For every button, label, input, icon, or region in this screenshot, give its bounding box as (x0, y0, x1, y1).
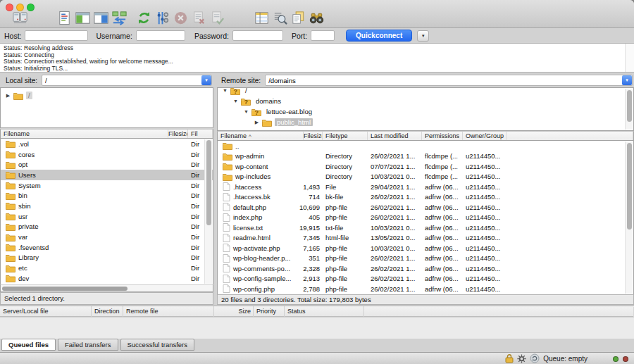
file-row[interactable]: wp-includesDirectory10/03/2021 0...flcdm… (218, 172, 633, 182)
toolbar-site-manager-button[interactable] (11, 9, 29, 27)
tree-item-public-html[interactable]: ▶public_html (218, 117, 633, 127)
queue-column-remote-file[interactable]: Remote file (123, 306, 214, 317)
queue-list (0, 318, 634, 339)
file-row[interactable]: wp-contentDirectory07/07/2021 1...flcdmp… (218, 161, 633, 172)
filename-text: private (18, 222, 39, 230)
file-row[interactable]: sbinDir (1, 201, 213, 211)
remote-site-input[interactable] (265, 75, 633, 86)
queue-column-status[interactable]: Status (285, 306, 364, 317)
file-row[interactable]: privateDir (1, 222, 213, 232)
filename-text: default.php (233, 203, 266, 211)
file-row[interactable]: wp-config-sample...2,913php-file26/02/20… (218, 274, 633, 284)
tab-successful-transfers[interactable]: Successful transfers (120, 339, 195, 351)
file-row[interactable]: default.php10,699php-file26/02/2021 1...… (218, 202, 633, 213)
modified-cell: 26/02/2021 1... (368, 265, 422, 272)
chevron-down-icon[interactable]: ▼ (232, 99, 239, 103)
local-site-dropdown-button[interactable]: ▾ (201, 75, 211, 85)
column-header-owner-group[interactable]: Owner/Group (463, 132, 506, 141)
chevron-right-icon[interactable]: ▶ (5, 93, 11, 99)
tree-item-lettuce-eat-blog[interactable]: ▼?lettuce-eat.blog (218, 106, 633, 117)
file-row[interactable]: UsersDir (1, 170, 213, 180)
file-row[interactable]: optDir (1, 159, 213, 170)
file-row[interactable]: wp-config.php2,788php-file26/02/2021 1..… (218, 284, 633, 294)
toolbar-log-view-button[interactable] (56, 9, 73, 27)
file-row[interactable]: wp-activate.php7,165php-file10/03/2021 0… (218, 243, 633, 253)
file-row[interactable]: etcDir (1, 263, 213, 273)
port-input[interactable] (311, 30, 335, 41)
column-header-filesize[interactable]: Filesize (304, 132, 323, 141)
remote-tree-scroll-thumb[interactable] (627, 90, 632, 122)
quickconnect-button[interactable]: Quickconnect (346, 30, 412, 42)
quickconnect-dropdown-button[interactable]: ▾ (417, 30, 429, 42)
file-row[interactable]: devDir (1, 273, 213, 284)
file-row[interactable]: wp-blog-header.p...351php-file26/02/2021… (218, 253, 633, 264)
toolbar-find-files-button[interactable] (308, 9, 325, 27)
tab-queued-files[interactable]: Queued files (1, 339, 56, 351)
file-icon (220, 284, 230, 293)
queue-column-priority[interactable]: Priority (254, 306, 285, 317)
file-row[interactable]: license.txt19,915txt-file10/03/2021 0...… (218, 222, 633, 233)
file-row[interactable]: binDir (1, 190, 213, 201)
chevron-down-icon[interactable]: ▼ (222, 88, 228, 93)
username-input[interactable] (136, 30, 185, 41)
chevron-right-icon[interactable]: ▶ (254, 120, 260, 125)
remote-site-dropdown-button[interactable]: ▾ (622, 75, 632, 85)
file-row[interactable]: .htaccess.bk714bk-file26/02/2021 1...adf… (218, 192, 633, 203)
file-row[interactable]: wp-adminDirectory26/02/2021 1...flcdmpe … (218, 151, 633, 162)
toolbar-refresh-button[interactable] (135, 9, 153, 27)
tree-item-domains[interactable]: ▼?domains (218, 96, 633, 106)
filename-text: opt (18, 161, 27, 168)
file-row[interactable]: .htaccess1,493File29/04/2021 1...adfrw (… (218, 182, 633, 192)
filename-text: wp-activate.php (233, 244, 280, 252)
lock-icon[interactable] (505, 353, 514, 363)
filename-text: .fseventsd (18, 244, 49, 251)
file-row[interactable]: usrDir (1, 211, 213, 222)
local-site-input[interactable] (42, 75, 212, 86)
remote-list-scrollbar (625, 142, 633, 294)
queue-column-direction[interactable]: Direction (92, 306, 123, 317)
column-header-last-modified[interactable]: Last modified (368, 132, 422, 141)
username-label: Username: (97, 32, 132, 40)
file-row[interactable]: varDir (1, 232, 213, 242)
file-row[interactable]: SystemDir (1, 180, 213, 191)
remote-list-scroll-thumb[interactable] (627, 143, 632, 230)
tab-failed-transfers[interactable]: Failed transfers (58, 339, 118, 351)
password-input[interactable] (232, 30, 283, 41)
tree-item--[interactable]: ▶/ (1, 90, 213, 101)
modified-cell: 26/02/2021 1... (368, 285, 422, 293)
chevron-down-icon[interactable]: ▼ (243, 109, 249, 114)
file-row[interactable]: .. (218, 141, 633, 151)
local-hscroll-thumb[interactable] (2, 287, 128, 291)
toolbar-filter-button[interactable] (271, 9, 289, 27)
file-row[interactable]: index.php405php-file26/02/2021 1...adfrw… (218, 213, 633, 223)
log-scrollbar[interactable] (625, 44, 634, 72)
column-header-filesize[interactable]: Filesize (168, 130, 188, 139)
local-list-scroll-thumb[interactable] (206, 140, 211, 225)
filename-cell: readme.html (218, 234, 304, 242)
toolbar-local-treeview-button[interactable] (74, 9, 92, 27)
file-row[interactable]: .volDir (1, 139, 213, 149)
toolbar-file-exists-action-button[interactable] (290, 9, 307, 27)
column-header-filename[interactable]: Filename^ (218, 132, 304, 141)
queue-column-server-local-file[interactable]: Server/Local file (0, 306, 92, 317)
file-row[interactable]: readme.html7,345html-file13/05/2021 0...… (218, 233, 633, 244)
folder-icon (220, 172, 232, 181)
column-header-filename[interactable]: Filename (1, 130, 168, 139)
toolbar-remote-treeview-button[interactable] (92, 9, 110, 27)
queue-column-size[interactable]: Size (214, 306, 254, 317)
file-row[interactable]: LibraryDir (1, 253, 213, 263)
file-row[interactable]: .fseventsdDir (1, 242, 213, 253)
file-row[interactable]: coresDir (1, 149, 213, 160)
modified-cell: 07/07/2021 1... (368, 163, 422, 170)
column-header-fil[interactable]: Fil (188, 130, 213, 139)
column-header-filetype[interactable]: Filetype (323, 132, 368, 141)
file-row[interactable]: wp-comments-po...2,328php-file26/02/2021… (218, 263, 633, 274)
toolbar-sync-browsing-button[interactable] (111, 9, 128, 27)
toolbar-directory-comparison-button[interactable] (253, 9, 271, 27)
host-input[interactable] (25, 30, 88, 41)
file-icon (220, 275, 230, 283)
modified-cell: 10/03/2021 0... (368, 244, 422, 252)
column-header-permissions[interactable]: Permissions (422, 132, 463, 141)
toolbar-process-queue-button[interactable] (154, 9, 171, 27)
tree-item--[interactable]: ▼?/ (218, 87, 633, 96)
